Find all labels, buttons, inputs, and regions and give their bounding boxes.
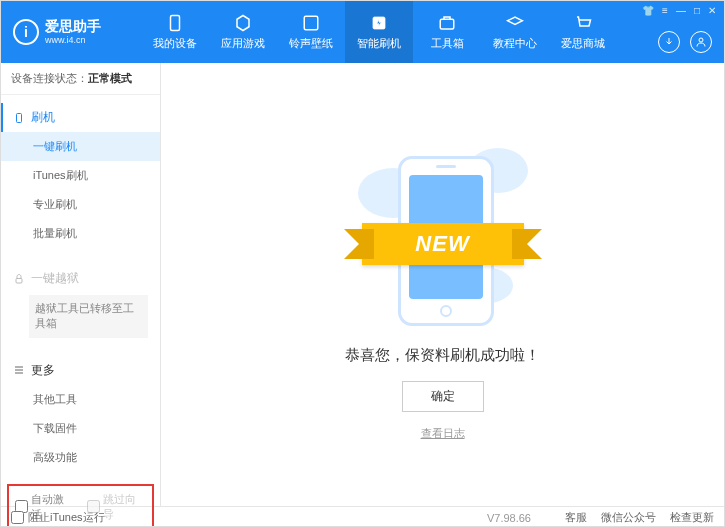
sidebar-section-jailbreak: 一键越狱 <box>1 264 160 293</box>
sidebar-item-batch[interactable]: 批量刷机 <box>1 219 160 248</box>
nav-tutorial[interactable]: 教程中心 <box>481 1 549 63</box>
nav-apps[interactable]: 应用游戏 <box>209 1 277 63</box>
connection-status: 设备连接状态：正常模式 <box>1 63 160 95</box>
image-icon <box>301 13 321 33</box>
sidebar-item-oneclick[interactable]: 一键刷机 <box>1 132 160 161</box>
ok-button[interactable]: 确定 <box>402 381 484 412</box>
sidebar-item-download[interactable]: 下载固件 <box>1 414 160 443</box>
nav-device[interactable]: 我的设备 <box>141 1 209 63</box>
flash-icon <box>369 13 389 33</box>
app-title: 爱思助手 <box>45 18 101 35</box>
sidebar-item-other[interactable]: 其他工具 <box>1 385 160 414</box>
sidebar-item-pro[interactable]: 专业刷机 <box>1 190 160 219</box>
version-label: V7.98.66 <box>487 512 531 524</box>
list-icon <box>13 364 25 376</box>
main-content: NEW 恭喜您，保资料刷机成功啦！ 确定 查看日志 <box>161 63 724 506</box>
download-button[interactable] <box>658 31 680 53</box>
sidebar-jailbreak-note: 越狱工具已转移至工具箱 <box>29 295 148 338</box>
footer-update[interactable]: 检查更新 <box>670 510 714 525</box>
nav-store[interactable]: 爱思商城 <box>549 1 617 63</box>
phone-icon <box>165 13 185 33</box>
cart-icon <box>573 13 593 33</box>
sidebar-section-flash[interactable]: 刷机 <box>1 103 160 132</box>
briefcase-icon <box>437 13 457 33</box>
nav-ringtone[interactable]: 铃声壁纸 <box>277 1 345 63</box>
nav-toolbox[interactable]: 工具箱 <box>413 1 481 63</box>
footer-support[interactable]: 客服 <box>565 510 587 525</box>
sidebar: 设备连接状态：正常模式 刷机 一键刷机 iTunes刷机 专业刷机 批量刷机 一… <box>1 63 161 506</box>
logo-icon: i <box>13 19 39 45</box>
sidebar-section-more[interactable]: 更多 <box>1 356 160 385</box>
maximize-icon[interactable]: □ <box>694 5 700 16</box>
svg-rect-1 <box>304 16 318 30</box>
nav-flash[interactable]: 智能刷机 <box>345 1 413 63</box>
graduation-icon <box>505 13 525 33</box>
svg-rect-0 <box>171 16 180 31</box>
phone-small-icon <box>13 112 25 124</box>
view-log-link[interactable]: 查看日志 <box>421 426 465 441</box>
svg-point-4 <box>699 38 703 42</box>
success-message: 恭喜您，保资料刷机成功啦！ <box>345 346 540 365</box>
minimize-icon[interactable]: — <box>676 5 686 16</box>
sidebar-item-itunes[interactable]: iTunes刷机 <box>1 161 160 190</box>
close-icon[interactable]: ✕ <box>708 5 716 16</box>
app-icon <box>233 13 253 33</box>
sidebar-item-advanced[interactable]: 高级功能 <box>1 443 160 472</box>
menu-icon[interactable]: ≡ <box>662 5 668 16</box>
svg-rect-5 <box>17 113 22 122</box>
svg-rect-3 <box>440 19 454 29</box>
skin-icon[interactable]: 👕 <box>642 5 654 16</box>
new-ribbon: NEW <box>362 223 524 265</box>
main-nav: 我的设备 应用游戏 铃声壁纸 智能刷机 工具箱 教程中心 爱思商城 <box>141 1 617 63</box>
app-subtitle: www.i4.cn <box>45 35 101 46</box>
user-button[interactable] <box>690 31 712 53</box>
app-logo: i 爱思助手 www.i4.cn <box>1 18 141 46</box>
footer-wechat[interactable]: 微信公众号 <box>601 510 656 525</box>
svg-rect-6 <box>16 278 22 283</box>
block-itunes-checkbox[interactable]: 阻止iTunes运行 <box>11 510 105 525</box>
lock-icon <box>13 273 25 285</box>
phone-illustration: NEW <box>368 128 518 328</box>
